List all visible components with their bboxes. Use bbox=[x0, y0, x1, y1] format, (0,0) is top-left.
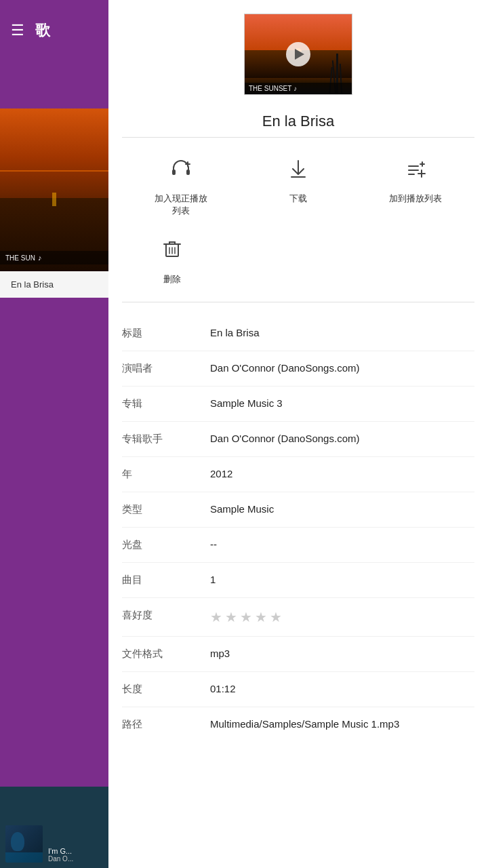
main-panel: THE SUNSET ♪ En la Brisa 加入现正播放列表 bbox=[108, 0, 488, 868]
download-button[interactable]: 下载 bbox=[264, 157, 332, 217]
play-button-overlay[interactable] bbox=[286, 42, 310, 66]
sidebar-header: ☰ 歌 bbox=[0, 0, 108, 54]
star-2[interactable]: ★ bbox=[225, 609, 237, 625]
info-value-title: En la Brisa bbox=[210, 327, 474, 338]
star-1[interactable]: ★ bbox=[210, 609, 222, 625]
info-value-genre: Sample Music bbox=[210, 503, 474, 515]
info-label-album: 专辑 bbox=[122, 397, 210, 410]
info-row-album-artist: 专辑歌手 Dan O'Connor (DanoSongs.com) bbox=[122, 422, 474, 457]
info-row-title: 标题 En la Brisa bbox=[122, 316, 474, 351]
sidebar: ☰ 歌 THE SUN ♪ En la Brisa I'm G... Dan O… bbox=[0, 0, 108, 868]
info-row-path: 路径 Multimedia/Samples/Sample Music 1.mp3 bbox=[122, 707, 474, 742]
info-label-year: 年 bbox=[122, 468, 210, 481]
add-to-playlist-button[interactable]: 加到播放列表 bbox=[382, 157, 449, 217]
sidebar-music-note: ♪ bbox=[38, 254, 42, 262]
sidebar-song-title: En la Brisa bbox=[0, 271, 108, 298]
download-label: 下载 bbox=[289, 193, 307, 205]
sidebar-album-area: THE SUN ♪ En la Brisa bbox=[0, 108, 108, 298]
info-row-rating: 喜好度 ★ ★ ★ ★ ★ bbox=[122, 598, 474, 637]
info-table: 标题 En la Brisa 演唱者 Dan O'Connor (DanoSon… bbox=[108, 302, 488, 769]
info-row-year: 年 2012 bbox=[122, 457, 474, 492]
info-label-path: 路径 bbox=[122, 718, 210, 731]
info-value-artist: Dan O'Connor (DanoSongs.com) bbox=[210, 362, 474, 374]
info-row-track: 曲目 1 bbox=[122, 563, 474, 598]
info-row-disc: 光盘 -- bbox=[122, 528, 474, 563]
add-to-now-playing-icon bbox=[169, 157, 193, 184]
info-value-format: mp3 bbox=[210, 648, 474, 659]
info-value-track: 1 bbox=[210, 574, 474, 585]
sidebar-bottom-album: I'm G... Dan O... bbox=[0, 787, 108, 868]
download-icon bbox=[286, 157, 310, 184]
add-to-now-playing-label: 加入现正播放列表 bbox=[155, 193, 207, 217]
info-label-album-artist: 专辑歌手 bbox=[122, 433, 210, 446]
info-label-duration: 长度 bbox=[122, 683, 210, 696]
star-4[interactable]: ★ bbox=[255, 609, 267, 625]
add-to-playlist-label: 加到播放列表 bbox=[389, 193, 442, 205]
info-label-format: 文件格式 bbox=[122, 648, 210, 660]
sidebar-album-image: THE SUN ♪ bbox=[0, 108, 108, 271]
album-music-note-icon: ♪ bbox=[293, 85, 297, 92]
delete-row: 删除 bbox=[108, 231, 488, 302]
info-label-genre: 类型 bbox=[122, 503, 210, 516]
add-to-playlist-icon bbox=[403, 157, 428, 184]
info-value-disc: -- bbox=[210, 538, 474, 550]
info-value-duration: 01:12 bbox=[210, 683, 474, 694]
sidebar-title: 歌 bbox=[35, 20, 50, 41]
album-art-label: THE SUNSET ♪ bbox=[245, 83, 352, 94]
info-value-rating[interactable]: ★ ★ ★ ★ ★ bbox=[210, 609, 474, 625]
svg-rect-0 bbox=[172, 170, 176, 175]
delete-button[interactable]: 删除 bbox=[138, 236, 206, 285]
info-row-format: 文件格式 mp3 bbox=[122, 637, 474, 672]
info-value-album-artist: Dan O'Connor (DanoSongs.com) bbox=[210, 433, 474, 444]
info-row-artist: 演唱者 Dan O'Connor (DanoSongs.com) bbox=[122, 351, 474, 387]
menu-icon[interactable]: ☰ bbox=[11, 22, 24, 39]
info-row-genre: 类型 Sample Music bbox=[122, 492, 474, 528]
info-label-disc: 光盘 bbox=[122, 538, 210, 551]
star-3[interactable]: ★ bbox=[240, 609, 252, 625]
delete-trash-icon bbox=[160, 236, 184, 265]
info-row-duration: 长度 01:12 bbox=[122, 672, 474, 707]
sidebar-album-label: THE SUN ♪ bbox=[0, 251, 108, 264]
info-value-album: Sample Music 3 bbox=[210, 397, 474, 409]
info-label-track: 曲目 bbox=[122, 574, 210, 587]
album-art[interactable]: THE SUNSET ♪ bbox=[244, 14, 352, 95]
info-value-path: Multimedia/Samples/Sample Music 1.mp3 bbox=[210, 718, 474, 730]
album-art-container: THE SUNSET ♪ bbox=[108, 0, 488, 102]
add-to-now-playing-button[interactable]: 加入现正播放列表 bbox=[147, 157, 215, 217]
delete-label: 删除 bbox=[163, 273, 181, 285]
star-rating[interactable]: ★ ★ ★ ★ ★ bbox=[210, 609, 474, 625]
info-label-rating: 喜好度 bbox=[122, 609, 210, 622]
play-triangle-icon bbox=[295, 49, 304, 60]
star-5[interactable]: ★ bbox=[270, 609, 282, 625]
info-value-year: 2012 bbox=[210, 468, 474, 479]
song-title: En la Brisa bbox=[108, 102, 488, 137]
info-row-album: 专辑 Sample Music 3 bbox=[122, 387, 474, 422]
album-title-text: THE SUNSET bbox=[249, 85, 291, 92]
bottom-album-artist: Dan O... bbox=[48, 855, 73, 863]
bottom-album-song: I'm G... bbox=[48, 847, 73, 855]
info-label-title: 标题 bbox=[122, 327, 210, 340]
actions-row: 加入现正播放列表 下载 bbox=[108, 138, 488, 231]
svg-rect-1 bbox=[186, 170, 190, 175]
info-label-artist: 演唱者 bbox=[122, 362, 210, 375]
